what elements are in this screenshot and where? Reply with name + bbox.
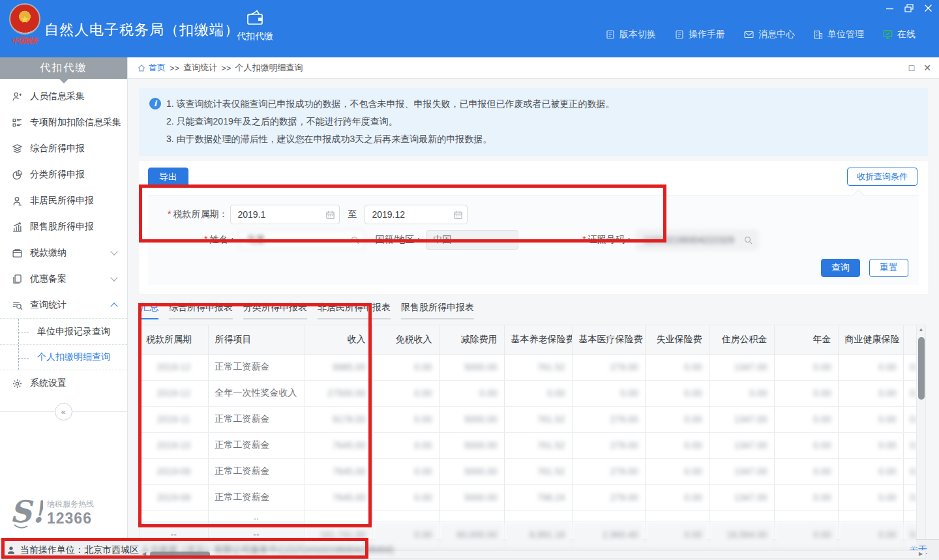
cell-value: 9178.00 xyxy=(305,406,372,432)
chevron-down-icon xyxy=(110,248,117,255)
sidebar-item-label: 系统设置 xyxy=(30,377,67,389)
cell-value: 7645.00 xyxy=(305,458,372,484)
tab-4[interactable]: 非居民所得申报表 xyxy=(318,302,391,319)
tab-withholding-module[interactable]: 代扣代缴 xyxy=(227,9,283,42)
user-icon xyxy=(7,546,16,555)
wallet-icon xyxy=(12,248,23,259)
window-controls xyxy=(886,4,932,12)
cell-value: 0.00 xyxy=(504,380,572,406)
title-bar: ★ 中国税务 自然人电子税务局（扣缴端） 代扣代缴 版本切换操作手册消息中心单位… xyxy=(0,0,939,57)
sidebar-item-label: 分类所得申报 xyxy=(30,169,85,181)
breadcrumb-separator: >> xyxy=(221,63,231,73)
cell-value: 0.00 xyxy=(372,484,439,510)
cell-value: 0.00 xyxy=(372,354,439,380)
breadcrumb-item-query-stats[interactable]: 查询统计 xyxy=(183,62,217,74)
cell-value: 1347.00 xyxy=(709,432,774,458)
sidebar-subitem-2[interactable]: 个人扣缴明细查询 xyxy=(0,344,127,370)
header-menu-item-2[interactable]: 操作手册 xyxy=(674,29,725,40)
column-header: 收入 xyxy=(305,325,372,354)
notice-line-1: i1. 该查询统计表仅能查询已申报成功的数据，不包含未申报、申报失败，已申报但已… xyxy=(149,95,917,113)
search-button[interactable]: 查询 xyxy=(821,259,860,277)
scroll-up-icon[interactable]: ▲ xyxy=(917,325,925,334)
cell-value: 0.00 xyxy=(645,406,709,432)
online-status-icon xyxy=(882,29,893,40)
sidebar-item-7[interactable]: 税款缴纳 xyxy=(0,240,127,266)
layers-icon xyxy=(12,143,23,155)
period-to-input[interactable] xyxy=(365,205,468,224)
chevron-down-icon xyxy=(110,274,117,281)
notice-text: 2. 只能查询2019年及之后的数据，不能进行跨年度查询。 xyxy=(166,116,398,126)
sidebar-item-6[interactable]: 限售股所得申报 xyxy=(0,214,127,240)
summary-table: 税款所属期所得项目收入免税收入减除费用基本养老保险费基本医疗保险费失业保险费住房… xyxy=(140,325,917,548)
cell-period: 2019-08 xyxy=(140,484,208,510)
to-label: 至 xyxy=(348,209,357,220)
cell-value: 8,991.16 xyxy=(504,522,572,548)
sidebar-item-5[interactable]: 非居民所得申报 xyxy=(0,188,127,214)
cell-value: 0.00 xyxy=(838,458,903,484)
cell-value: 0.00 xyxy=(774,432,838,458)
nationality-input xyxy=(426,230,518,250)
sidebar-item-9[interactable]: 查询统计 xyxy=(0,292,127,318)
breadcrumb: 首页 >> 查询统计 >> 个人扣缴明细查询 □ ✕ xyxy=(128,57,939,79)
breadcrumb-home[interactable]: 首页 xyxy=(137,62,166,74)
name-input[interactable] xyxy=(239,230,365,250)
header-menu-item-5[interactable]: 在线 xyxy=(882,29,916,40)
wallet-icon xyxy=(246,9,264,26)
cell-income-item: 正常工资薪金 xyxy=(208,354,305,380)
sidebar-item-1[interactable]: 人员信息采集 xyxy=(0,83,127,110)
cell-value xyxy=(305,510,372,522)
cell-value: 0.00 xyxy=(838,380,903,406)
reset-button[interactable]: 重置 xyxy=(869,259,908,277)
result-tabs: 汇总综合所得申报表分类所得申报表非居民所得申报表限售股所得申报表 xyxy=(139,302,928,319)
cell-value: 27500.00 xyxy=(305,380,372,406)
sidebar-item-10[interactable]: 系统设置 xyxy=(0,370,127,396)
table-row: 2019-09正常工资薪金7645.000.005000.00761.52279… xyxy=(140,458,917,484)
tab-3[interactable]: 分类所得申报表 xyxy=(243,302,307,319)
minimize-button[interactable] xyxy=(886,4,894,12)
sidebar-item-label: 专项附加扣除信息采集 xyxy=(30,117,121,128)
header-menu-item-3[interactable]: 消息中心 xyxy=(743,29,795,40)
close-button[interactable] xyxy=(924,4,932,12)
cell-value xyxy=(372,510,439,522)
cell-value: 5000.00 xyxy=(439,458,504,484)
column-header: 所得项目 xyxy=(208,325,305,354)
cell-value: 0.00 xyxy=(903,354,917,380)
cell-value: 1347.00 xyxy=(709,458,774,484)
vertical-scroll-thumb[interactable] xyxy=(918,337,925,400)
tab-2[interactable]: 综合所得申报表 xyxy=(169,302,233,319)
cell-value: 0.00 xyxy=(774,354,838,380)
sidebar-item-2[interactable]: 专项附加扣除信息采集 xyxy=(0,110,127,136)
cell-period: 2019-12 xyxy=(140,380,208,406)
sidebar-collapse-button[interactable]: « xyxy=(55,403,72,420)
cell-period xyxy=(140,510,208,522)
tab-1[interactable]: 汇总 xyxy=(140,302,158,319)
tab-5[interactable]: 限售股所得申报表 xyxy=(401,302,474,319)
document-icon xyxy=(674,29,685,40)
sidebar-subitem-1[interactable]: 单位申报记录查询 xyxy=(0,318,127,344)
panel-close-icon[interactable]: ✕ xyxy=(923,63,931,73)
sidebar-item-label: 税款缴纳 xyxy=(30,247,67,259)
header-menu-label: 单位管理 xyxy=(827,29,864,40)
restore-button[interactable] xyxy=(904,4,914,12)
scroll-right-icon[interactable]: ▶ xyxy=(916,550,925,559)
sidebar-item-8[interactable]: 优惠备案 xyxy=(0,266,127,292)
sidebar-item-label: 限售股所得申报 xyxy=(30,221,94,233)
cell-value: 761.52 xyxy=(504,406,572,432)
operating-unit-label: 当前操作单位： xyxy=(20,544,84,556)
sidebar-item-3[interactable]: 综合所得申报 xyxy=(0,136,127,162)
sidebar-item-label: 优惠备案 xyxy=(30,273,67,285)
export-button[interactable]: 导出 xyxy=(148,168,188,187)
vertical-scrollbar[interactable]: ▲ ▼ xyxy=(917,325,926,549)
name-label: 姓名： xyxy=(204,234,237,246)
panel-maximize-icon[interactable]: □ xyxy=(909,63,914,73)
header-menu-item-4[interactable]: 单位管理 xyxy=(813,29,864,40)
cell-value: 761.52 xyxy=(504,354,572,380)
header-menu-item-1[interactable]: 版本切换 xyxy=(605,29,656,40)
cell-value: 9985.00 xyxy=(305,354,372,380)
sidebar-item-4[interactable]: 分类所得申报 xyxy=(0,162,127,188)
cell-value: 0.00 xyxy=(903,406,917,432)
cell-value xyxy=(709,510,774,522)
period-from-input[interactable] xyxy=(230,205,340,224)
collapse-query-button[interactable]: 收折查询条件 xyxy=(847,168,917,186)
table-row: 2019-10正常工资薪金7645.000.005000.00761.52279… xyxy=(140,432,917,458)
